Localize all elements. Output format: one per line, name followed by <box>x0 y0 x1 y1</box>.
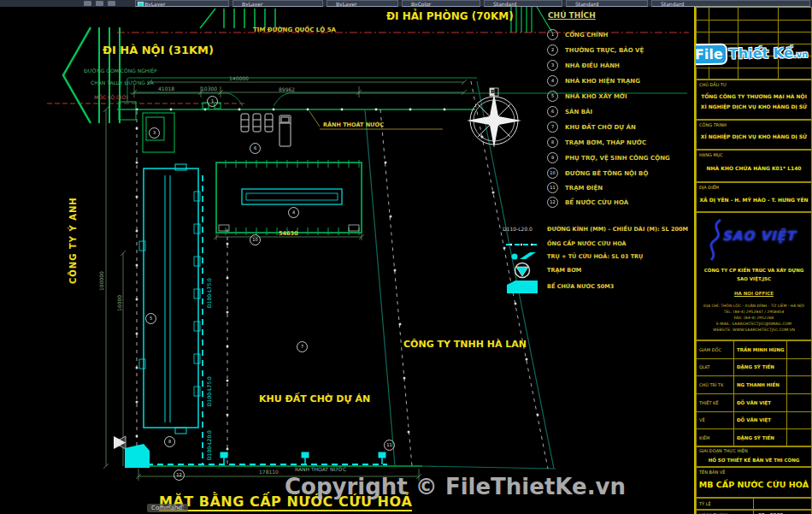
textstyle-value: Standard <box>493 1 516 7</box>
tank-icon <box>507 281 538 293</box>
drawing-name: MB CẤP NƯỚC CỨU HOẢ <box>697 480 811 489</box>
keynote-marker: 1 <box>207 96 218 107</box>
lineweight-value: ByLayer <box>336 1 356 7</box>
textstyle-dropdown[interactable]: Standard <box>484 0 562 7</box>
keynote-marker: 3 <box>149 127 160 139</box>
logo-vn: .vn <box>793 49 809 58</box>
legend-note-label: ĐƯỜNG KÍNH (MM) – CHIỀU DÀI (M): SL 200M <box>547 226 688 233</box>
legend-item-number: 4 <box>547 75 558 86</box>
plotstyle-dropdown[interactable]: ByColor <box>402 0 480 7</box>
legend-title: CHÚ THÍCH <box>548 11 596 20</box>
keynote-marker: 12 <box>174 470 185 481</box>
legend-note-label: TRẠM BƠM <box>547 267 581 274</box>
trucks <box>241 114 291 146</box>
warehouse-new <box>139 164 200 434</box>
filethietke-logo[interactable]: FileThiết Kế.vn <box>694 30 812 77</box>
compass-icon <box>467 88 521 148</box>
staff-name: NG THANH HIỀN <box>734 376 787 393</box>
legend-item-label: NHÀ KHO HIỆN TRẠNG <box>565 78 640 85</box>
section-hoan-thanh: HOÀN THÀNH 08 - 2008 <box>696 510 812 514</box>
legend-item-number: 9 <box>547 152 558 163</box>
saoviet-map-icon <box>700 217 734 263</box>
lineweight-dropdown[interactable]: ByLayer <box>327 0 398 7</box>
pipe-label-1: D100-L75.0 <box>206 257 212 308</box>
section-dia-diem: ĐỊA ĐIỂM XÃ DỊ YÊN - H. MỸ HÀO - T. HƯNG… <box>696 182 812 212</box>
section-ty-le: TỶ LỆ <box>696 498 812 510</box>
legend-item-label: PHỤ TRỢ, VỆ SINH CÔNG CỘNG <box>565 155 670 162</box>
section-label: GIAI ĐOẠN THỰC HIỆN <box>699 448 748 453</box>
legend-item: 8 TRẠM BƠM, THÁP NƯỚC <box>547 137 646 148</box>
firm-address: ĐỊA CHỈ: THÔN LỘC - XUÂN ĐỈNH - TỪ LIÊM … <box>697 304 811 308</box>
firm-line2: SAO VIỆT.JSC <box>697 276 811 281</box>
plotstyle-value: ByColor <box>411 1 431 7</box>
site-boundary <box>117 81 556 469</box>
legend-item: 5 NHÀ KHO XÂY MỚI <box>547 91 627 102</box>
section-ten-ban-ve: TÊN BẢN VẼ MB CẤP NƯỚC CỨU HOẢ <box>696 467 812 498</box>
legend-item-number: 5 <box>547 91 558 102</box>
pump-station-symbol <box>114 436 150 468</box>
section-giai-doan: GIAI ĐOẠN THỰC HIỆN HỒ SƠ THIẾT KẾ BẢN V… <box>696 446 812 467</box>
section-label: CÔNG TRÌNH <box>699 122 727 127</box>
dimstyle-dropdown[interactable]: Standard <box>566 0 648 7</box>
legend-item-number: 11 <box>547 182 558 193</box>
keynote-marker: 4 <box>288 207 299 218</box>
toolbar-icon[interactable] <box>108 1 115 6</box>
item-line: NHÀ KHO CHỨA HÀNG K01* L140 <box>697 165 811 171</box>
staff-name: ĐỖ VĂN VIỆT <box>734 412 787 429</box>
legend-item: 7 KHU ĐẤT CHỜ DỰ ÁN <box>547 121 636 133</box>
compass-north-label: B <box>491 88 495 94</box>
pipe-label-2: D100-L75.0 <box>206 355 212 406</box>
label-di-ha-noi: ĐI HÀ NỘI (31KM) <box>103 44 214 56</box>
legend-item-label: THƯỜNG TRỰC, BẢO VỆ <box>565 47 644 54</box>
legend-item-label: ĐƯỜNG BÊ TÔNG NỘI BỘ <box>565 170 648 177</box>
section-label: TÊN BẢN VẼ <box>699 470 725 475</box>
legend-item-number: 3 <box>547 60 558 71</box>
color-control-dropdown[interactable]: ByLayer <box>135 0 229 7</box>
legend-item: 4 NHÀ KHO HIỆN TRẠNG <box>547 75 640 86</box>
label-di-hai-phong: ĐI HẢI PHÒNG (70KM) <box>386 10 514 22</box>
project-line: XÍ NGHIỆP DỊCH VỤ KHO HÀNG DỊ SỬ <box>697 133 811 139</box>
toolbar-icon[interactable] <box>84 1 91 6</box>
pipe-label-3: D100-L20.0 <box>206 421 212 460</box>
dim-bottom: 178110 <box>259 469 279 475</box>
legend-item-label: BỂ NƯỚC CỨU HOÀ <box>565 199 628 206</box>
staff-name: TRẦN MINH HÙNG <box>734 341 787 358</box>
staff-row: THIẾT KẾ ĐỖ VĂN VIỆT <box>697 394 811 412</box>
section-chu-dau-tu: CHỦ ĐẦU TƯ TỔNG CÔNG TY THƯƠNG MẠI HÀ NỘ… <box>696 80 812 120</box>
legend-item: 1 CỔNG CHÍNH <box>547 29 608 40</box>
legend-note-label: ỐNG CẤP NƯỚC CỨU HOÀ <box>547 240 627 247</box>
staff-name: ĐỖ VĂN VIỆT <box>734 394 787 411</box>
legend-item: 12 BỂ NƯỚC CỨU HOÀ <box>547 197 628 208</box>
legend-item-label: NHÀ ĐIỀU HÀNH <box>565 62 620 69</box>
culvert-ticks-right <box>511 7 552 32</box>
keynote-marker: 11 <box>384 440 395 451</box>
tablestyle-dropdown[interactable]: Standard <box>651 0 810 7</box>
dim-frontage: 140000 <box>229 75 249 81</box>
toolbar-icon[interactable] <box>96 1 103 6</box>
hydrant-icon <box>512 254 518 260</box>
dim-seg1: 41018 <box>158 86 174 92</box>
legend-item: 9 PHỤ TRỢ, VỆ SINH CÔNG CỘNG <box>547 152 670 163</box>
label-drain-bottom: RÃNH THOÁT NƯỚC <box>295 466 346 472</box>
staff-row: GIÁM ĐỐC TRẦN MINH HÙNG <box>697 341 811 359</box>
staff-role: KIỂM <box>697 429 734 446</box>
legend-item-label: TRẠM ĐIỆN <box>565 185 603 192</box>
command-line[interactable]: Command: <box>147 504 188 512</box>
location-line: XÃ DỊ YÊN - H. MỸ HÀO - T. HƯNG YÊN <box>697 197 811 203</box>
firm-line1: CÔNG TY CP KIẾN TRÚC VÀ XÂY DỰNG <box>697 268 811 273</box>
linetype-dropdown[interactable]: ByLayer <box>232 0 323 7</box>
legend-note-prefix: D110-L20.0 <box>503 226 533 232</box>
firm-office: HA NOI OFFICE <box>697 291 811 296</box>
label-moc-lo-gioi: MỐC LỘ GIỚI <box>94 94 128 100</box>
legend-item-number: 2 <box>547 44 558 56</box>
staff-role: THIẾT KẾ <box>697 394 734 411</box>
title-block: 4 5 FileThiết Kế.vn CHỦ ĐẦU TƯ TỔNG CÔNG… <box>694 7 812 514</box>
label-cong-ty-y-anh: CÔNG TY Ý ANH <box>68 181 78 284</box>
watermark: Copyright © FileThietKe.vn <box>285 474 626 499</box>
firm-email: E-MAIL: SAARCHITECTJSC@GMAIL.COM <box>697 322 811 326</box>
staff-role: CHỦ TRÌ TK <box>697 376 734 393</box>
color-swatch <box>138 2 144 7</box>
legend-item-label: NHÀ KHO XÂY MỚI <box>565 93 627 100</box>
tablestyle-value: Standard <box>661 1 684 7</box>
staff-name: ĐẶNG SỸ TIẾN <box>734 359 787 376</box>
